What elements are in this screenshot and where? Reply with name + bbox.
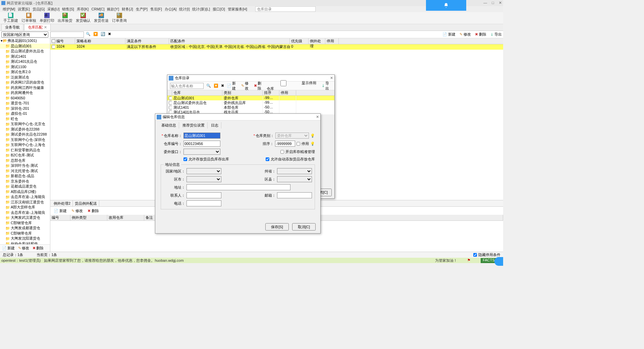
tree-edit[interactable]: ✎修改 xyxy=(18,246,29,251)
tree-node[interactable]: 📁大闸发沈阳退货仓 xyxy=(0,236,50,241)
menu-item[interactable]: 维护[M] xyxy=(3,7,15,12)
m1-row[interactable]: 昆山测试委外次品仓委外残次品库-99… xyxy=(167,100,334,105)
lower-tab-2[interactable]: 货品例外配送 xyxy=(73,200,99,207)
tree-node[interactable]: 📁京东委外仓 xyxy=(0,179,50,184)
tree-node[interactable]: 📁大闸发成都退货仓 xyxy=(0,226,50,231)
tree-node[interactable]: 📁A部成品库(2楼) xyxy=(0,189,50,195)
menu-item[interactable]: 生产[P] xyxy=(136,7,148,12)
menu-item[interactable]: 库存[K] xyxy=(77,7,89,12)
col-priority[interactable]: 优先级 xyxy=(290,38,309,44)
tree-node[interactable]: 📁大闸发武汉退货仓 xyxy=(0,215,50,220)
tree-node[interactable]: 📁药房网17店的自营仓 xyxy=(0,80,50,85)
input-email[interactable] xyxy=(277,192,312,198)
search-down-icon[interactable]: 🔽 xyxy=(214,84,218,88)
tab-close-icon[interactable]: ✕ xyxy=(44,25,47,29)
tb-ship-confirm[interactable]: ✅发货确认 xyxy=(75,13,91,23)
search-icon[interactable]: 🔍 xyxy=(206,84,211,88)
status-promo[interactable]: 为管家加油！ xyxy=(435,258,457,263)
refresh-icon[interactable]: 🔄 xyxy=(101,32,106,37)
tree-new[interactable]: 📄新建 xyxy=(2,246,15,251)
m1-edit[interactable]: ✎修改 xyxy=(241,81,251,91)
tree-node[interactable]: 📁A部大货样仓库 xyxy=(0,205,50,210)
tree-node[interactable]: 📁C部钢管仓库 xyxy=(0,220,50,226)
select-district[interactable] xyxy=(277,176,312,182)
menu-item[interactable]: 货品[G] xyxy=(33,7,45,12)
dialog1-close-icon[interactable]: ✕ xyxy=(330,76,333,80)
lcol-id[interactable]: 编号 xyxy=(50,215,70,220)
input-name[interactable] xyxy=(183,133,220,139)
tb-order-audit[interactable]: 📋订单审核 xyxy=(21,13,37,23)
help-button[interactable] xyxy=(494,257,503,266)
tree-node[interactable]: 📁深圳仓-201 xyxy=(0,106,50,111)
clear-icon[interactable]: ✖ xyxy=(108,32,113,37)
tree-node[interactable]: 📁去总库在途-上海能良 xyxy=(0,210,50,215)
m1-new[interactable]: 📄新建 xyxy=(227,81,238,91)
lower-tab-1[interactable]: 例外处理2 xyxy=(52,200,73,207)
m1-export[interactable]: ⤓导出 xyxy=(322,81,332,91)
tree-node[interactable]: 📁测试1401次品仓 xyxy=(0,59,50,64)
tree-node[interactable]: 📁昆山测试001 xyxy=(0,44,50,49)
tree-node[interactable]: 📁互联网中心仓-北京仓 xyxy=(0,121,50,127)
tree-node[interactable]: 📁河北托管仓-测试 xyxy=(0,168,50,174)
m1-showstop[interactable]: 显示停用仓库 xyxy=(267,80,319,91)
tree-node[interactable]: 📁泛娱测试仓 xyxy=(0,75,50,80)
input-contact[interactable] xyxy=(186,192,221,198)
tree-node[interactable]: 📁花都成品退货仓 xyxy=(0,184,50,189)
menu-item[interactable]: CRM[C] xyxy=(91,7,104,11)
menu-item[interactable]: 管家服务[H] xyxy=(228,7,247,12)
row-check[interactable] xyxy=(52,45,55,49)
input-tel[interactable] xyxy=(186,200,221,206)
menu-item[interactable]: 售后[F] xyxy=(150,7,162,12)
select-province[interactable] xyxy=(277,168,312,174)
tree-node[interactable]: 📁深圳叶当仓-测试 xyxy=(0,163,50,168)
tab-warehouse-match[interactable]: 仓库匹配✕ xyxy=(24,24,51,31)
menu-item[interactable]: 接口[O] xyxy=(213,7,225,12)
window-min[interactable]: — xyxy=(483,1,487,5)
menu-item[interactable]: 账款[Y] xyxy=(107,7,119,12)
tree-root[interactable]: ▾📂 弗洛花园01(1001) xyxy=(0,38,50,44)
tree-node[interactable]: 📁江苏汉南镇江退货仓 xyxy=(0,200,50,205)
col-except[interactable]: 例外处理 xyxy=(309,38,325,44)
tb-order-query[interactable]: 🔍订单查询 xyxy=(111,13,127,23)
col-id[interactable]: 编号 xyxy=(55,38,75,44)
top-export[interactable]: ⤓导出 xyxy=(490,32,502,37)
tree-node[interactable]: 📁昆山测试委外次品仓 xyxy=(0,49,50,54)
top-edit[interactable]: ✎修改 xyxy=(460,32,471,37)
tree-node[interactable]: 📁测试委外仓22288 xyxy=(0,127,50,132)
tree-node[interactable]: 📁测试仓库2.0 xyxy=(0,69,50,75)
lcol-wh[interactable]: 改用仓库 xyxy=(107,215,144,220)
menu-item[interactable]: 统计(新)[L] xyxy=(192,7,210,12)
select-city[interactable] xyxy=(186,176,221,182)
grid-row[interactable]: 1024 1024 满足以下所有条件 收货区域：中国|北京. 中国|天津. 中国… xyxy=(50,44,503,50)
menu-item[interactable]: 设置[E] xyxy=(18,7,30,12)
select-wint[interactable] xyxy=(183,149,220,155)
filter-input[interactable] xyxy=(50,32,84,38)
clear-icon[interactable]: ✖ xyxy=(221,84,224,88)
check-stop[interactable] xyxy=(297,142,300,146)
tb-outbound[interactable]: 📦出库验货 xyxy=(57,13,73,23)
search-icon[interactable]: 🔍 xyxy=(86,32,91,37)
search-down-icon[interactable]: 🔽 xyxy=(93,32,99,37)
menu-search[interactable] xyxy=(255,6,316,12)
low-edit[interactable]: ✎修改 xyxy=(71,208,83,213)
m1-search[interactable] xyxy=(170,83,204,89)
tree-node[interactable]: 📁新都总仓-成品 xyxy=(0,173,50,179)
check-precise[interactable] xyxy=(280,150,284,154)
col-strategy[interactable]: 策略名称 xyxy=(75,38,125,44)
select-country[interactable] xyxy=(186,168,221,174)
col-stop[interactable]: 停用 xyxy=(325,38,339,44)
tree-node[interactable]: 📁互联网中心仓-深圳仓 xyxy=(0,137,50,143)
low-delete[interactable]: ✖删除 xyxy=(88,208,99,213)
tree-node[interactable]: 📁药房网江西叶当健康 xyxy=(0,85,50,91)
menu-item[interactable]: 统计[I] xyxy=(179,7,190,12)
m1-row[interactable]: 测试1401本部仓库-50… xyxy=(167,105,334,110)
input-sort[interactable] xyxy=(275,141,295,147)
tree-node[interactable]: 📁互联网中心仓-上海仓 xyxy=(0,142,50,148)
tree-node[interactable]: 📁C部钢带仓库 xyxy=(0,231,50,236)
tb-print[interactable]: 🖨单据打印 xyxy=(39,13,55,23)
notification-box[interactable] xyxy=(426,0,466,11)
tree-delete[interactable]: ✖删除 xyxy=(33,246,44,251)
input-addr[interactable] xyxy=(186,184,290,190)
check-allow1[interactable] xyxy=(183,157,187,161)
tree-node[interactable]: 📁B2C仓库-测试 xyxy=(0,153,50,158)
